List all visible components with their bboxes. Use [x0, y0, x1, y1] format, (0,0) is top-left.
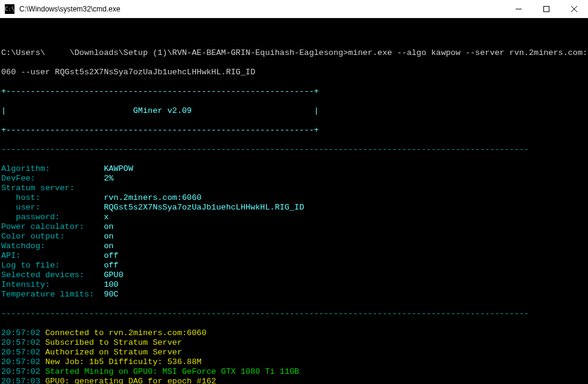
minimize-button[interactable] [505, 0, 533, 18]
config-value: x [104, 213, 109, 222]
config-label: host: [1, 193, 104, 203]
config-label: DevFee: [1, 174, 104, 184]
config-label: Algorithm: [1, 164, 104, 174]
window-controls [505, 0, 588, 18]
log-line: 20:57:03 GPU0: generating DAG for epoch … [1, 377, 587, 384]
config-value: 90C [104, 290, 118, 299]
config-row: Algorithm:KAWPOW [1, 164, 587, 174]
config-row: Power calculator:on [1, 222, 587, 232]
config-label: Watchdog: [1, 242, 104, 251]
config-row: Watchdog:on [1, 242, 587, 251]
config-label: Intensity: [1, 280, 104, 290]
cmd-icon: C:\ [5, 4, 14, 14]
blank-line [1, 29, 587, 39]
config-value: off [104, 261, 118, 270]
config-row: user:RQGst5s2X7NsSya7ozUaJb1uehcLHHwkHL.… [1, 203, 587, 213]
section-divider: ----------------------------------------… [1, 309, 587, 319]
prompt-line: C:\Users\ \Downloads\Setup (1)\RVN-AE-BE… [1, 48, 587, 58]
log-message: Connected to rvn.2miners.com:6060 [40, 328, 206, 338]
config-row: Log to file:off [1, 261, 587, 270]
config-label: Selected devices: [1, 270, 104, 280]
section-divider: ----------------------------------------… [1, 145, 587, 155]
config-row: host:rvn.2miners.com:6060 [1, 193, 587, 203]
config-value: RQGst5s2X7NsSya7ozUaJb1uehcLHHwkHL.RIG_I… [104, 203, 304, 212]
close-button[interactable] [560, 0, 588, 18]
config-label: API: [1, 251, 104, 261]
log-message: Authorized on Stratum Server [40, 348, 182, 357]
log-line: 20:57:02 Started Mining on GPU0: MSI GeF… [1, 367, 587, 377]
prompt-line-2: 060 --user RQGst5s2X7NsSya7ozUaJb1uehcLH… [1, 68, 587, 77]
log-message: Subscribed to Stratum Server [40, 338, 182, 347]
log-timestamp: 20:57:02 [1, 348, 40, 357]
config-value: off [104, 251, 118, 260]
config-row: Stratum server: [1, 184, 587, 193]
log-timestamp: 20:57:02 [1, 338, 40, 347]
log-line: 20:57:02 Subscribed to Stratum Server [1, 338, 587, 348]
config-row: password:x [1, 213, 587, 222]
config-label: Color output: [1, 232, 104, 242]
config-label: Temperature limits: [1, 290, 104, 299]
config-row: Temperature limits:90C [1, 290, 587, 299]
config-value: rvn.2miners.com:6060 [104, 193, 201, 202]
config-label: password: [1, 213, 104, 222]
svg-rect-1 [544, 6, 549, 11]
log-timestamp: 20:57:02 [1, 357, 40, 366]
window-titlebar: C:\ C:\Windows\system32\cmd.exe [0, 0, 588, 18]
config-value: on [104, 222, 113, 231]
log-message: Started Mining on GPU0: MSI GeForce GTX … [40, 367, 299, 376]
log-timestamp: 20:57:03 [1, 377, 40, 384]
log-line: 20:57:02 New Job: 1b5 Difficulty: 536.88… [1, 357, 587, 367]
config-label: user: [1, 203, 104, 213]
maximize-button[interactable] [533, 0, 560, 18]
config-label: Log to file: [1, 261, 104, 270]
config-row: API:off [1, 251, 587, 261]
log-line: 20:57:02 Connected to rvn.2miners.com:60… [1, 328, 587, 338]
config-label: Stratum server: [1, 184, 104, 193]
config-row: Intensity:100 [1, 280, 587, 290]
log-timestamp: 20:57:02 [1, 328, 40, 338]
terminal-output[interactable]: C:\Users\ \Downloads\Setup (1)\RVN-AE-BE… [0, 18, 588, 384]
config-value: on [104, 242, 113, 251]
log-message: GPU0: generating DAG for epoch #162 [40, 377, 217, 384]
config-value: on [104, 232, 113, 241]
log-timestamp: 20:57:02 [1, 367, 40, 376]
config-label: Power calculator: [1, 222, 104, 232]
config-row: Selected devices:GPU0 [1, 270, 587, 280]
prompt-command: miner.exe --algo kawpow --server rvn.2mi… [348, 48, 588, 57]
banner-bottom: +---------------------------------------… [1, 126, 587, 135]
prompt-path: C:\Users\ \Downloads\Setup (1)\RVN-AE-BE… [1, 48, 348, 57]
log-message: New Job: 1b5 Difficulty: 536.88M [40, 357, 201, 366]
window-title: C:\Windows\system32\cmd.exe [18, 5, 505, 13]
config-value: 100 [104, 280, 118, 289]
config-value: 2% [104, 174, 113, 183]
banner-top: +---------------------------------------… [1, 87, 587, 97]
log-line: 20:57:02 Authorized on Stratum Server [1, 348, 587, 357]
config-row: Color output:on [1, 232, 587, 242]
config-value: GPU0 [104, 270, 123, 280]
banner-title: | GMiner v2.09 | [1, 106, 587, 116]
config-value: KAWPOW [104, 164, 133, 173]
config-row: DevFee:2% [1, 174, 587, 184]
